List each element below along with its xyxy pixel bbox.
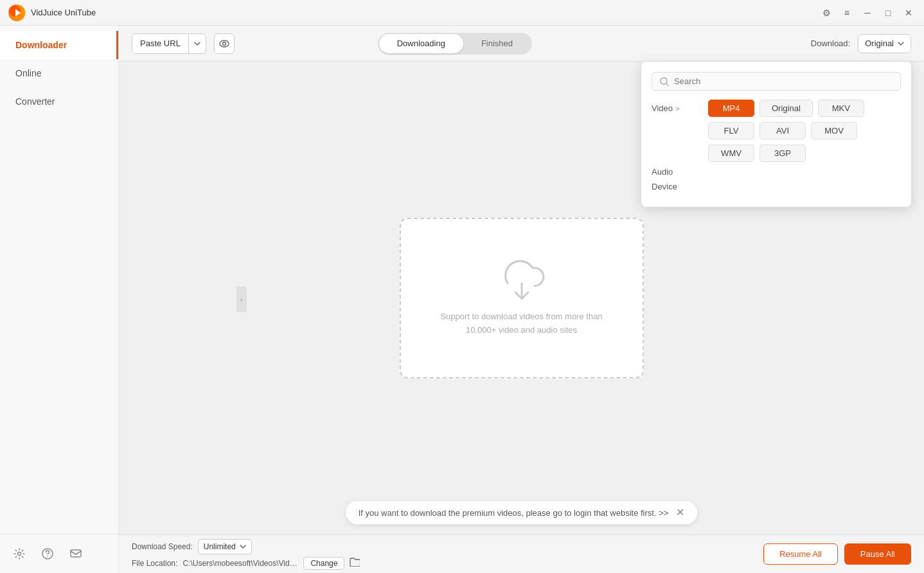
bottom-bar: Download Speed: Unlimited File Location:… [119,534,924,573]
format-row-audio: Audio [652,167,901,177]
file-location-row: File Location: C:\Users\mobeesoft\Videos… [132,557,753,570]
maximize-button[interactable]: □ [880,5,896,21]
download-format-value: Original [865,39,894,48]
folder-icon [350,558,360,567]
sidebar-footer [0,534,118,573]
svg-point-5 [47,556,48,557]
eye-icon [219,40,229,48]
resume-all-button[interactable]: Resume All [763,543,838,565]
download-label: Download: [811,39,850,48]
svg-point-7 [220,40,229,47]
svg-rect-6 [71,550,81,557]
settings-icon-btn[interactable] [10,545,28,563]
info-banner-text: If you want to download the premium vide… [359,508,669,518]
format-flv[interactable]: FLV [708,122,754,139]
help-icon-btn[interactable] [39,545,57,563]
search-icon [660,77,669,86]
close-button[interactable]: ✕ [901,5,916,21]
video-format-buttons-3: WMV 3GP [708,145,806,162]
settings-icon [13,548,25,560]
sidebar-item-downloader[interactable]: Downloader [0,31,118,59]
search-bar [652,72,901,91]
format-row-video: Video > MP4 Original MKV [652,100,901,117]
cloud-download-icon [496,259,547,303]
drop-zone: Support to download videos from more tha… [400,218,644,378]
format-chevron-icon [898,42,904,46]
speed-select[interactable]: Unlimited [198,539,252,554]
svg-point-1 [9,5,21,17]
app-logo: VidJuice UniTube [8,4,96,22]
drop-text: Support to download videos from more tha… [440,310,602,337]
bottom-right: Resume All Pause All [763,543,911,565]
search-input[interactable] [674,76,893,86]
video-format-buttons-2: FLV AVI MOV [708,122,857,139]
sidebar: Downloader Online Converter [0,26,119,573]
download-speed-row: Download Speed: Unlimited [132,539,753,554]
audio-category: Audio [652,167,703,177]
paste-url-button[interactable]: Paste URL [132,33,206,54]
download-format-button[interactable]: Original [858,34,911,53]
format-3gp[interactable]: 3GP [760,145,806,162]
pause-all-button[interactable]: Pause All [844,543,911,565]
change-location-button[interactable]: Change [303,557,344,570]
eye-button[interactable] [214,33,235,54]
feedback-icon [70,548,82,560]
content-area: Paste URL Downloading Finished Download: [119,26,924,573]
tab-finished[interactable]: Finished [463,34,531,53]
svg-point-8 [222,42,226,45]
paste-url-dropdown[interactable] [188,34,206,53]
paste-url-main[interactable]: Paste URL [132,34,188,53]
format-original[interactable]: Original [760,100,813,117]
open-folder-button[interactable] [350,558,360,569]
settings-button[interactable]: ⚙ [819,5,834,21]
file-location-value: C:\Users\mobeesoft\Videos\VidJuice [182,559,298,568]
speed-chevron-icon [240,545,246,549]
sidebar-collapse-button[interactable]: ‹ [236,286,247,312]
title-bar: VidJuice UniTube ⚙ ≡ ─ □ ✕ [0,0,924,26]
bottom-left: Download Speed: Unlimited File Location:… [132,539,753,570]
app-body: Downloader Online Converter [0,26,924,573]
window-controls: ⚙ ≡ ─ □ ✕ [819,5,916,21]
speed-value: Unlimited [204,542,236,551]
minimize-button[interactable]: ─ [860,5,875,21]
format-row-video-2: FLV AVI MOV [652,122,901,139]
video-category: Video > [652,103,703,113]
video-format-buttons: MP4 Original MKV [708,100,864,117]
chevron-down-icon [194,42,200,46]
format-mp4[interactable]: MP4 [708,100,754,117]
format-mkv[interactable]: MKV [818,100,864,117]
menu-button[interactable]: ≡ [839,5,855,21]
format-dropdown-panel: Video > MP4 Original MKV FLV AVI MOV [641,62,911,207]
format-row-device: Device [652,182,901,191]
feedback-icon-btn[interactable] [67,545,85,563]
help-icon [42,548,53,560]
device-category: Device [652,182,703,191]
format-wmv[interactable]: WMV [708,145,754,162]
tab-downloading[interactable]: Downloading [379,34,463,53]
format-avi[interactable]: AVI [760,122,806,139]
toolbar: Paste URL Downloading Finished Download: [119,26,924,62]
sidebar-nav: Downloader Online Converter [0,26,118,534]
sidebar-item-converter[interactable]: Converter [0,87,118,116]
info-banner: If you want to download the premium vide… [346,501,698,524]
download-speed-label: Download Speed: [132,542,193,551]
file-location-label: File Location: [132,559,177,568]
info-close-button[interactable]: ✕ [676,507,684,518]
app-title: VidJuice UniTube [31,8,96,17]
format-mov[interactable]: MOV [811,122,857,139]
svg-point-3 [18,552,21,556]
format-row-video-3: WMV 3GP [652,145,901,162]
tab-switcher: Downloading Finished [378,33,532,55]
sidebar-item-online[interactable]: Online [0,59,118,87]
app-logo-icon [8,4,26,22]
